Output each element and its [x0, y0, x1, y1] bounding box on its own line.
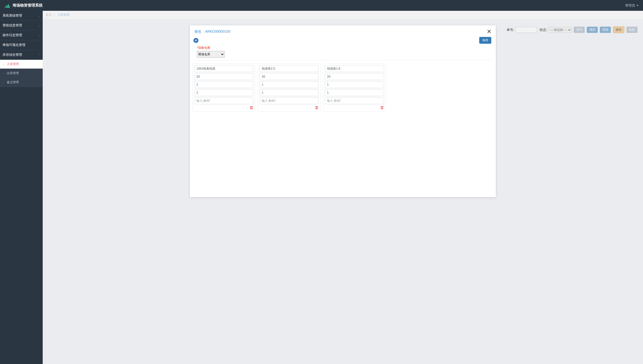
item-cards — [190, 60, 496, 115]
target-section: *目标仓库 堆场仓库 — [190, 46, 496, 60]
chevron-down-icon: ⌄ — [38, 24, 40, 27]
item-qty1-input[interactable] — [325, 73, 384, 80]
sub-item-check[interactable]: › 盘点管理 — [0, 78, 43, 87]
sub-label: 入库管理 — [7, 62, 19, 66]
item-name-input[interactable] — [325, 65, 384, 72]
target-warehouse-label: *目标仓库 — [197, 46, 491, 50]
item-name-input[interactable] — [194, 65, 253, 72]
barcode-input[interactable] — [325, 97, 384, 104]
item-qty3-input[interactable] — [194, 89, 253, 96]
user-label: 管理员 — [625, 3, 635, 8]
item-qty1-input[interactable] — [259, 73, 319, 80]
chevron-right-icon: › — [3, 81, 4, 84]
barcode-input[interactable] — [259, 97, 319, 104]
nav-label: 系统基础管理 — [3, 13, 22, 18]
trash-icon[interactable] — [315, 106, 319, 110]
nav-label: 堆场可视化管理 — [3, 43, 25, 47]
target-warehouse-select[interactable]: 堆场仓库 — [197, 51, 225, 58]
sub-label: 出库管理 — [7, 71, 19, 75]
save-button[interactable]: 保存 — [479, 37, 491, 44]
item-card — [323, 63, 386, 112]
user-menu[interactable]: 管理员 — [625, 3, 638, 8]
item-card — [192, 63, 255, 112]
sub-item-outbound[interactable]: › 出库管理 — [0, 69, 43, 78]
nav-item-system[interactable]: 系统基础管理 ⌄ — [0, 11, 43, 21]
main-content: 首页 | 入库管理 单号: 状态: ----请选择---- 查询 增加 明细 修… — [43, 11, 643, 364]
nav-item-visual[interactable]: 堆场可视化管理 — [0, 40, 43, 50]
item-qty2-input[interactable] — [325, 81, 384, 88]
trash-icon[interactable] — [380, 106, 384, 110]
chevron-right-icon: › — [3, 63, 4, 66]
modal-header: 修改：ARKD00000150 ✕ — [190, 25, 496, 37]
sub-item-inbound[interactable]: › 入库管理 — [0, 60, 43, 69]
item-card — [258, 63, 320, 112]
sub-label: 盘点管理 — [7, 80, 19, 84]
add-row-button[interactable]: + — [193, 38, 198, 43]
sidebar: 系统基础管理 ⌄ 登陆信息管理 ⌄ 操作日志管理 ⌄ 堆场可视化管理 库存综合管… — [0, 11, 43, 364]
modal-title: 修改：ARKD00000150 — [194, 29, 230, 34]
nav-label: 操作日志管理 — [3, 33, 22, 37]
nav-item-logs[interactable]: 操作日志管理 ⌄ — [0, 30, 43, 40]
chevron-right-icon: › — [3, 72, 4, 75]
item-qty1-input[interactable] — [194, 73, 253, 80]
modal-actions: + 保存 — [190, 37, 496, 46]
trash-icon[interactable] — [249, 106, 253, 110]
chevron-down-icon: ⌄ — [38, 34, 40, 37]
nav-item-inventory[interactable]: 库存综合管理 ⌃ — [0, 50, 43, 60]
chevron-down-icon: ⌄ — [38, 14, 40, 17]
item-qty3-input[interactable] — [325, 89, 384, 96]
chevron-up-icon: ⌃ — [38, 54, 40, 56]
item-qty2-input[interactable] — [194, 81, 253, 88]
top-header: 堆场物资管理系统 管理员 — [0, 0, 643, 11]
app-title: 堆场物资管理系统 — [13, 3, 43, 8]
item-qty3-input[interactable] — [259, 89, 319, 96]
nav-label: 库存综合管理 — [3, 53, 22, 57]
caret-down-icon — [636, 5, 638, 6]
brand: 堆场物资管理系统 — [5, 3, 43, 8]
modal-overlay: 修改：ARKD00000150 ✕ + 保存 *目标仓库 堆场仓库 — [43, 11, 643, 364]
logo-icon — [5, 3, 10, 8]
item-name-input[interactable] — [259, 65, 319, 72]
barcode-input[interactable] — [194, 97, 253, 104]
nav-label: 登陆信息管理 — [3, 23, 22, 28]
item-qty2-input[interactable] — [259, 81, 319, 88]
nav-item-login[interactable]: 登陆信息管理 ⌄ — [0, 21, 43, 30]
edit-modal: 修改：ARKD00000150 ✕ + 保存 *目标仓库 堆场仓库 — [190, 25, 496, 197]
close-icon[interactable]: ✕ — [487, 29, 491, 34]
